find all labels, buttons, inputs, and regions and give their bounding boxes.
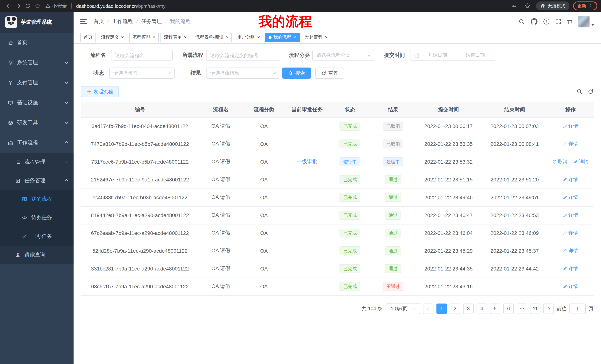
- sidebar-toggle-icon[interactable]: [80, 19, 87, 24]
- create-process-button[interactable]: 发起流程: [81, 86, 119, 97]
- close-icon[interactable]: ×: [324, 35, 328, 40]
- result-select[interactable]: 请选择流结果: [206, 67, 279, 79]
- avatar[interactable]: [578, 16, 590, 28]
- font-size-icon[interactable]: TT: [567, 18, 572, 25]
- sidebar-item-leave-query[interactable]: 请假查询: [0, 246, 74, 264]
- page-size-select[interactable]: 10条/页: [387, 303, 420, 314]
- fullscreen-icon[interactable]: [555, 19, 561, 25]
- close-icon[interactable]: ×: [257, 35, 260, 40]
- close-icon[interactable]: ×: [225, 35, 229, 40]
- detail-button[interactable]: 详情: [563, 283, 578, 290]
- search-button[interactable]: 搜索: [282, 67, 311, 79]
- sidebar-item-devtools[interactable]: 研发工具: [0, 113, 74, 133]
- end-date-placeholder[interactable]: 结束日期: [459, 52, 491, 59]
- detail-button[interactable]: 详情: [563, 212, 578, 219]
- breadcrumb-task-management[interactable]: 任务管理: [141, 18, 162, 25]
- tab-process-form-edit[interactable]: 流程表单-编辑×: [192, 32, 232, 42]
- tab-home[interactable]: 首页: [80, 32, 96, 42]
- detail-button[interactable]: 详情: [563, 248, 578, 254]
- refresh-icon[interactable]: [588, 89, 594, 95]
- current-task-link[interactable]: 一级审批: [297, 158, 317, 164]
- sidebar-item-todo-tasks[interactable]: 待办任务: [0, 209, 74, 227]
- list-icon: [15, 160, 21, 165]
- process-name-input[interactable]: [115, 52, 169, 58]
- category-select[interactable]: 请选择流程分类: [312, 50, 374, 61]
- process-def-input[interactable]: [210, 52, 275, 58]
- goto-page-input[interactable]: [570, 303, 586, 314]
- detail-button[interactable]: 详情: [563, 141, 578, 147]
- app-logo[interactable]: 芋道管理系统: [0, 12, 74, 33]
- tab-start-process[interactable]: 发起流程×: [301, 32, 331, 42]
- submit-time-label: 提交时间: [384, 52, 410, 59]
- bookmark-star-icon[interactable]: [523, 1, 532, 11]
- sidebar-item-system-management[interactable]: 系统管理: [0, 53, 74, 73]
- detail-button[interactable]: 详情: [563, 176, 578, 183]
- browser-back-icon[interactable]: [4, 1, 13, 11]
- prev-page-button[interactable]: [423, 303, 433, 314]
- browser-menu-icon[interactable]: ⋮: [588, 3, 593, 9]
- tab-user-group[interactable]: 用户分组×: [234, 32, 263, 42]
- next-page-button[interactable]: [543, 303, 554, 314]
- breadcrumb-workflow[interactable]: 工作流程: [112, 18, 133, 25]
- user-menu[interactable]: [578, 16, 594, 28]
- close-icon[interactable]: ×: [152, 35, 155, 40]
- tab-my-process[interactable]: 我的流程×: [265, 32, 300, 42]
- browser-forward-icon[interactable]: [13, 1, 23, 11]
- sidebar-item-home[interactable]: 首页: [0, 33, 74, 53]
- close-icon[interactable]: ×: [121, 35, 124, 40]
- sidebar-item-workflow[interactable]: 工作流程: [0, 133, 74, 153]
- tab-process-model[interactable]: 流程模型×: [129, 32, 159, 42]
- sidebar-item-process-management[interactable]: 流程管理: [0, 153, 74, 172]
- page-button[interactable]: 4: [477, 303, 487, 314]
- cancel-button[interactable]: 取消: [552, 158, 568, 165]
- sidebar-item-payment-management[interactable]: ¥ 支付管理: [0, 73, 74, 93]
- result-badge: 通过: [385, 229, 401, 238]
- detail-button[interactable]: 详情: [563, 230, 578, 236]
- chevron-up-icon: [65, 141, 68, 144]
- page-url[interactable]: dashboard.yudao.iocoder.cn/bpm/task/my: [76, 3, 165, 9]
- close-icon[interactable]: ×: [293, 35, 296, 40]
- address-bar[interactable]: 不安全 dashboard.yudao.iocoder.cn/bpm/task/…: [45, 3, 505, 9]
- cell-status: 已完成: [329, 117, 371, 135]
- caret-down-icon: [591, 24, 594, 26]
- table-row: 67c2eaab-7b9a-11ec-a290-acde48001122 OA …: [81, 224, 594, 242]
- tab-process-form[interactable]: 流程表单×: [160, 32, 190, 42]
- github-icon[interactable]: [531, 18, 537, 25]
- cell-actions: 取消 详情: [548, 171, 594, 189]
- plus-icon: [87, 89, 91, 94]
- page-button[interactable]: 1: [436, 303, 447, 314]
- goto-label: 前往: [557, 305, 566, 312]
- sidebar-item-task-management[interactable]: 任务管理: [0, 172, 74, 190]
- page-button[interactable]: 3: [463, 303, 474, 314]
- browser-reload-icon[interactable]: [23, 1, 33, 11]
- reset-button[interactable]: 重置: [315, 67, 344, 79]
- page-button[interactable]: 2: [450, 303, 460, 314]
- detail-button[interactable]: 详情: [573, 158, 589, 165]
- detail-button[interactable]: 详情: [563, 123, 578, 130]
- sidebar-item-my-process[interactable]: 我的流程: [0, 190, 74, 209]
- cell-end-time: 2022-01-23 00:08:41: [482, 135, 547, 153]
- breadcrumb-home[interactable]: 首页: [94, 18, 104, 25]
- page-button[interactable]: 5: [490, 303, 500, 314]
- submit-time-range-picker[interactable]: 开始日期 - 结束日期: [410, 50, 495, 61]
- close-icon[interactable]: ×: [183, 35, 187, 40]
- page-button[interactable]: 11: [530, 303, 541, 314]
- page-button[interactable]: 6: [503, 303, 514, 314]
- status-select[interactable]: 请选择状态: [109, 67, 175, 79]
- detail-button[interactable]: 详情: [563, 194, 578, 201]
- cell-process-name: OA 请假: [199, 117, 243, 135]
- start-date-placeholder[interactable]: 开始日期: [421, 52, 453, 59]
- tab-process-definition[interactable]: 流程定义×: [98, 32, 127, 42]
- help-icon[interactable]: ?: [543, 19, 549, 25]
- search-toggle-icon[interactable]: [576, 89, 582, 95]
- security-warning[interactable]: 不安全: [45, 3, 67, 9]
- sidebar-item-done-tasks[interactable]: 已办任务: [0, 227, 74, 246]
- table-row: 7317cec6-7b9b-11ec-b5b7-acde48001122 OA …: [81, 153, 594, 171]
- browser-home-icon[interactable]: [33, 1, 42, 11]
- update-button[interactable]: 更新 ⋮: [573, 1, 597, 10]
- search-icon[interactable]: [518, 18, 525, 25]
- sidebar-item-infrastructure[interactable]: 基础设施: [0, 93, 74, 113]
- page-button[interactable]: ⋯: [517, 303, 527, 314]
- detail-button[interactable]: 详情: [563, 265, 578, 272]
- password-key-icon[interactable]: [509, 1, 519, 11]
